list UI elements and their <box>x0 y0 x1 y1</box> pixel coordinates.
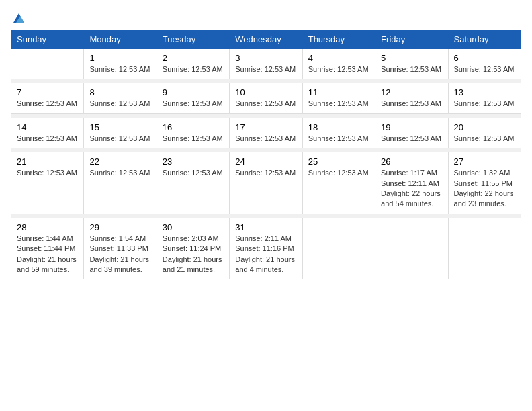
calendar-cell: 31Sunrise: 2:11 AM Sunset: 11:16 PM Dayl… <box>230 218 302 279</box>
day-number: 6 <box>454 53 515 63</box>
day-info: Sunrise: 12:53 AM <box>235 168 296 178</box>
calendar-header-friday: Friday <box>375 30 448 49</box>
calendar-header-monday: Monday <box>84 30 157 49</box>
day-info: Sunrise: 12:53 AM <box>17 134 78 144</box>
calendar-cell: 22Sunrise: 12:53 AM <box>84 152 157 214</box>
calendar-cell: 19Sunrise: 12:53 AM <box>375 118 448 148</box>
day-number: 2 <box>163 53 224 63</box>
calendar-cell: 8Sunrise: 12:53 AM <box>84 83 157 113</box>
day-info: Sunrise: 12:53 AM <box>235 134 296 144</box>
day-number: 3 <box>235 53 296 63</box>
day-info: Sunrise: 12:53 AM <box>308 64 369 75</box>
calendar-header-thursday: Thursday <box>302 30 375 49</box>
day-number: 28 <box>17 222 78 232</box>
day-info: Sunrise: 12:53 AM <box>163 168 224 178</box>
calendar-cell: 29Sunrise: 1:54 AM Sunset: 11:33 PM Dayl… <box>84 218 157 279</box>
logo-icon <box>12 11 26 24</box>
calendar-header-sunday: Sunday <box>11 30 84 49</box>
day-info: Sunrise: 12:53 AM <box>17 168 78 178</box>
day-number: 21 <box>17 156 78 167</box>
calendar-header-row: SundayMondayTuesdayWednesdayThursdayFrid… <box>11 30 521 49</box>
day-info: Sunrise: 12:53 AM <box>163 64 224 75</box>
day-number: 23 <box>163 156 224 167</box>
day-number: 24 <box>235 156 296 167</box>
day-number: 7 <box>17 87 78 97</box>
calendar-cell: 23Sunrise: 12:53 AM <box>157 152 229 214</box>
logo <box>11 11 26 24</box>
calendar-cell <box>448 218 521 279</box>
day-info: Sunrise: 12:53 AM <box>163 99 224 109</box>
calendar-cell: 11Sunrise: 12:53 AM <box>302 83 375 113</box>
day-info: Sunrise: 1:44 AM Sunset: 11:44 PM Daylig… <box>17 234 78 275</box>
day-number: 13 <box>454 87 515 97</box>
day-info: Sunrise: 12:53 AM <box>89 99 150 109</box>
calendar: SundayMondayTuesdayWednesdayThursdayFrid… <box>11 30 521 279</box>
day-number: 16 <box>163 122 224 132</box>
day-number: 8 <box>89 87 150 97</box>
day-number: 18 <box>308 122 369 132</box>
day-info: Sunrise: 1:54 AM Sunset: 11:33 PM Daylig… <box>89 234 150 275</box>
calendar-cell: 15Sunrise: 12:53 AM <box>84 118 157 148</box>
day-number: 1 <box>89 53 150 63</box>
calendar-cell: 4Sunrise: 12:53 AM <box>302 49 375 79</box>
calendar-cell: 21Sunrise: 12:53 AM <box>11 152 84 214</box>
day-number: 27 <box>454 156 515 167</box>
day-number: 30 <box>163 222 224 232</box>
day-info: Sunrise: 12:53 AM <box>17 99 78 109</box>
day-info: Sunrise: 12:53 AM <box>163 134 224 144</box>
day-info: Sunrise: 12:53 AM <box>381 99 442 109</box>
day-number: 19 <box>381 122 442 132</box>
calendar-cell: 24Sunrise: 12:53 AM <box>230 152 302 214</box>
calendar-cell: 5Sunrise: 12:53 AM <box>375 49 448 79</box>
calendar-week-row: 21Sunrise: 12:53 AM22Sunrise: 12:53 AM23… <box>11 152 521 214</box>
header <box>11 11 521 24</box>
calendar-cell: 18Sunrise: 12:53 AM <box>302 118 375 148</box>
day-info: Sunrise: 12:53 AM <box>381 64 442 75</box>
calendar-cell: 25Sunrise: 12:53 AM <box>302 152 375 214</box>
day-info: Sunrise: 12:53 AM <box>381 134 442 144</box>
calendar-week-row: 28Sunrise: 1:44 AM Sunset: 11:44 PM Dayl… <box>11 218 521 279</box>
calendar-cell: 6Sunrise: 12:53 AM <box>448 49 521 79</box>
day-info: Sunrise: 2:11 AM Sunset: 11:16 PM Daylig… <box>235 234 296 275</box>
calendar-cell: 9Sunrise: 12:53 AM <box>157 83 229 113</box>
calendar-cell: 17Sunrise: 12:53 AM <box>230 118 302 148</box>
calendar-header-saturday: Saturday <box>448 30 521 49</box>
calendar-cell: 28Sunrise: 1:44 AM Sunset: 11:44 PM Dayl… <box>11 218 84 279</box>
calendar-week-row: 1Sunrise: 12:53 AM2Sunrise: 12:53 AM3Sun… <box>11 49 521 79</box>
day-number: 15 <box>89 122 150 132</box>
calendar-cell <box>11 49 84 79</box>
day-number: 10 <box>235 87 296 97</box>
day-info: Sunrise: 12:53 AM <box>308 134 369 144</box>
calendar-week-row: 14Sunrise: 12:53 AM15Sunrise: 12:53 AM16… <box>11 118 521 148</box>
day-number: 22 <box>89 156 150 167</box>
day-number: 14 <box>17 122 78 132</box>
day-info: Sunrise: 1:32 AM Sunset: 11:55 PM Daylig… <box>454 168 515 210</box>
day-info: Sunrise: 12:53 AM <box>454 99 515 109</box>
calendar-cell: 27Sunrise: 1:32 AM Sunset: 11:55 PM Dayl… <box>448 152 521 214</box>
day-number: 25 <box>308 156 369 167</box>
calendar-cell: 3Sunrise: 12:53 AM <box>230 49 302 79</box>
calendar-cell: 13Sunrise: 12:53 AM <box>448 83 521 113</box>
day-number: 29 <box>89 222 150 232</box>
calendar-cell: 30Sunrise: 2:03 AM Sunset: 11:24 PM Dayl… <box>157 218 229 279</box>
calendar-cell <box>302 218 375 279</box>
day-number: 31 <box>235 222 296 232</box>
day-number: 11 <box>308 87 369 97</box>
day-info: Sunrise: 1:17 AM Sunset: 12:11 AM Daylig… <box>381 168 442 210</box>
day-info: Sunrise: 12:53 AM <box>308 168 369 178</box>
day-number: 4 <box>308 53 369 63</box>
calendar-header-wednesday: Wednesday <box>230 30 302 49</box>
calendar-cell <box>375 218 448 279</box>
calendar-cell: 14Sunrise: 12:53 AM <box>11 118 84 148</box>
day-info: Sunrise: 2:03 AM Sunset: 11:24 PM Daylig… <box>163 234 224 275</box>
day-number: 17 <box>235 122 296 132</box>
day-info: Sunrise: 12:53 AM <box>454 134 515 144</box>
day-number: 26 <box>381 156 442 167</box>
day-info: Sunrise: 12:53 AM <box>89 168 150 178</box>
calendar-cell: 2Sunrise: 12:53 AM <box>157 49 229 79</box>
day-info: Sunrise: 12:53 AM <box>235 64 296 75</box>
day-info: Sunrise: 12:53 AM <box>89 64 150 75</box>
calendar-cell: 1Sunrise: 12:53 AM <box>84 49 157 79</box>
day-info: Sunrise: 12:53 AM <box>308 99 369 109</box>
day-number: 20 <box>454 122 515 132</box>
